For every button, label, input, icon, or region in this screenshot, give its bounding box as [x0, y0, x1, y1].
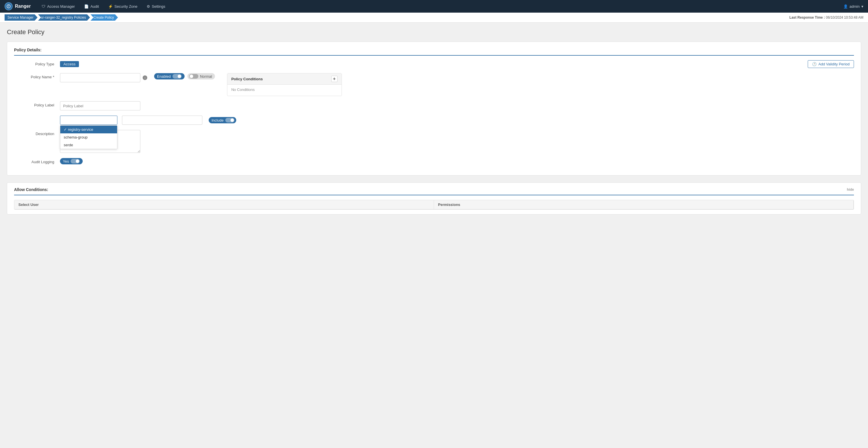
- dropdown-menu: registry-service schema-group serde: [60, 125, 117, 149]
- dropdown-item-serde[interactable]: serde: [60, 141, 117, 149]
- enabled-toggle[interactable]: Enabled: [154, 73, 185, 79]
- normal-toggle-switch[interactable]: [189, 74, 198, 78]
- admin-button[interactable]: 👤 admin ▾: [843, 4, 863, 9]
- breadcrumb-item-service-manager[interactable]: Service Manager: [5, 14, 38, 21]
- nav-item-audit[interactable]: 📄 Audit: [80, 3, 103, 10]
- conditions-table-header: Select User Permissions: [14, 200, 854, 209]
- security-icon: ⚡: [108, 4, 113, 9]
- conditions-body: No Conditions: [227, 84, 342, 95]
- breadcrumb: Service Manager sr-ranger-32_registry Po…: [5, 14, 119, 21]
- allow-conditions-section: Allow Conditions: hide Select User Permi…: [7, 182, 861, 214]
- admin-icon: 👤: [843, 4, 848, 9]
- breadcrumb-item-create-policy[interactable]: Create Policy: [90, 14, 118, 21]
- logo-text: Ranger: [15, 4, 31, 9]
- enabled-toggle-switch[interactable]: [173, 74, 182, 78]
- policy-type-badge: Access: [60, 61, 79, 67]
- last-response: Last Response Time : 06/10/2024 10:53:48…: [789, 15, 863, 20]
- dropdown-container: registry-service schema-group serde: [60, 115, 117, 125]
- col-select-user: Select User: [14, 200, 434, 209]
- dropdown-item-registry-service[interactable]: registry-service: [60, 126, 117, 133]
- conditions-table: Select User Permissions: [14, 200, 854, 210]
- policy-name-control: i Enabled Normal Policy Conditions: [60, 73, 854, 96]
- nav-item-access-manager[interactable]: 🛡 Access Manager: [38, 3, 79, 10]
- policy-type-label: Policy Type: [14, 60, 60, 66]
- include-toggle[interactable]: Include: [209, 117, 236, 123]
- policy-type-control: Access 🕐 Add Validity Period: [60, 60, 854, 68]
- policy-label-row: Policy Label: [14, 101, 854, 110]
- breadcrumb-item-policies[interactable]: sr-ranger-32_registry Policies: [38, 14, 90, 21]
- nav-items: 🛡 Access Manager 📄 Audit ⚡ Security Zone…: [38, 3, 169, 10]
- page-content: Create Policy Policy Details: Policy Typ…: [0, 23, 868, 220]
- allow-conditions-header: Allow Conditions: hide: [14, 187, 854, 195]
- policy-details-card: Policy Details: Policy Type Access 🕐 Add…: [7, 42, 861, 175]
- registry-resource-row: registry-service schema-group serde Incl…: [14, 115, 854, 125]
- policy-label-label: Policy Label: [14, 101, 60, 107]
- policy-label-input[interactable]: [60, 101, 141, 110]
- col-permissions: Permissions: [434, 200, 854, 209]
- section-title: Policy Details:: [14, 47, 854, 56]
- yes-toggle-switch[interactable]: [71, 159, 80, 164]
- normal-toggle[interactable]: Normal: [187, 73, 215, 79]
- page-title: Create Policy: [7, 28, 861, 36]
- shield-icon: 🛡: [42, 4, 45, 9]
- logo[interactable]: Ranger: [5, 2, 31, 10]
- top-nav: Ranger 🛡 Access Manager 📄 Audit ⚡ Securi…: [0, 0, 868, 12]
- hide-link[interactable]: hide: [847, 187, 854, 192]
- policy-label-control: [60, 101, 854, 110]
- registry-resource-label: [14, 115, 60, 117]
- description-control: [60, 130, 854, 153]
- nav-right: 👤 admin ▾: [843, 4, 863, 9]
- policy-conditions-panel: Policy Conditions + No Conditions: [227, 73, 342, 96]
- clock-icon: 🕐: [812, 62, 817, 66]
- policy-type-row: Policy Type Access 🕐 Add Validity Period: [14, 60, 854, 68]
- yes-toggle[interactable]: Yes: [60, 158, 83, 164]
- chevron-down-icon: ▾: [861, 4, 863, 9]
- description-row: Description: [14, 130, 854, 153]
- description-label: Description: [14, 130, 60, 136]
- conditions-header: Policy Conditions +: [227, 73, 342, 84]
- policy-name-row: Policy Name * i Enabled Normal: [14, 73, 854, 96]
- dropdown-input[interactable]: [60, 115, 117, 125]
- audit-logging-row: Audit Logging Yes: [14, 158, 854, 164]
- audit-icon: 📄: [84, 4, 89, 9]
- nav-item-settings[interactable]: ⚙ Settings: [143, 3, 169, 10]
- breadcrumb-bar: Service Manager sr-ranger-32_registry Po…: [0, 12, 868, 23]
- conditions-add-button[interactable]: +: [331, 76, 338, 82]
- logo-icon: [5, 2, 12, 10]
- dropdown-item-schema-group[interactable]: schema-group: [60, 133, 117, 141]
- policy-name-label: Policy Name *: [14, 73, 60, 79]
- registry-resource-control: registry-service schema-group serde Incl…: [60, 115, 854, 125]
- audit-logging-control: Yes: [60, 158, 854, 164]
- audit-logging-label: Audit Logging: [14, 158, 60, 164]
- add-validity-period-button[interactable]: 🕐 Add Validity Period: [808, 60, 854, 68]
- info-icon: i: [143, 75, 147, 80]
- nav-item-security-zone[interactable]: ⚡ Security Zone: [104, 3, 142, 10]
- policy-name-input[interactable]: [60, 73, 141, 82]
- settings-icon: ⚙: [147, 4, 150, 9]
- include-toggle-switch[interactable]: [225, 118, 235, 123]
- registry-value-input[interactable]: [122, 115, 203, 125]
